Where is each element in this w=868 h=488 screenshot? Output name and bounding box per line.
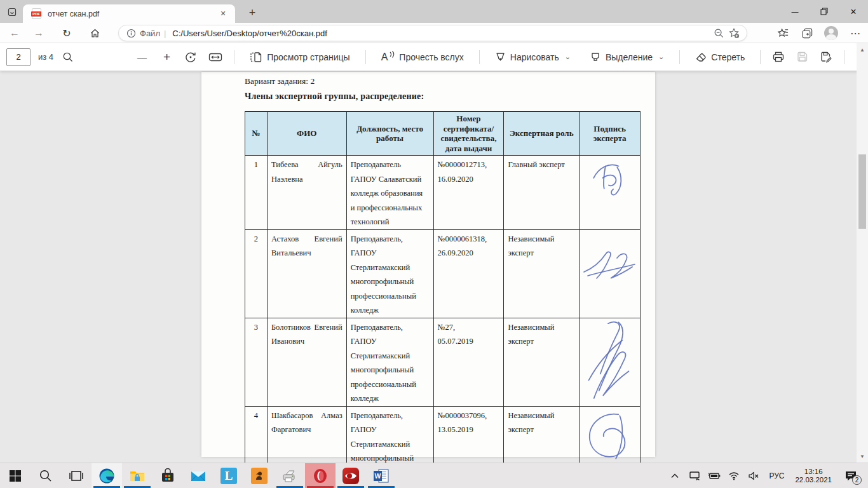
windows-taskbar: L (0, 463, 868, 488)
taskbar-opera-button[interactable] (305, 463, 336, 488)
refresh-button[interactable]: ↻ (58, 25, 75, 41)
tray-volume-muted-button[interactable] (747, 466, 761, 485)
profile-button[interactable] (822, 25, 840, 41)
settings-menu-button[interactable]: ⋯ (846, 25, 864, 41)
cell-role: Независимый эксперт (504, 406, 580, 463)
start-button[interactable] (0, 463, 31, 488)
url-scheme-label: Файл (140, 29, 160, 38)
fax-printer-icon (281, 468, 298, 484)
taskbar-mail-button[interactable] (183, 463, 214, 488)
search-icon (62, 51, 74, 63)
highlight-label: Выделение (606, 52, 653, 62)
zoom-out-page-button[interactable] (711, 25, 726, 41)
highlighter-icon (590, 51, 601, 62)
browser-actions: ⋯ (774, 25, 864, 41)
collections-button[interactable] (798, 25, 816, 41)
rotate-button[interactable] (184, 51, 197, 64)
zoom-out-icon (714, 28, 724, 39)
cell-certificate: №0000037096, 13.05.2019 (433, 406, 504, 463)
chevron-up-icon (671, 473, 679, 478)
taskbar-edge-button[interactable] (92, 463, 122, 488)
favorites-bar-button[interactable] (774, 25, 792, 41)
tray-language-button[interactable]: РУС (766, 471, 787, 480)
restore-button[interactable] (810, 0, 839, 23)
abbyy-icon (342, 468, 359, 484)
zoom-in-button[interactable]: + (161, 50, 173, 64)
add-favorite-button[interactable] (726, 25, 742, 41)
back-button[interactable]: ← (6, 25, 23, 41)
pdf-viewport[interactable]: Вариант задания: 2 Члены экспертной груп… (0, 71, 868, 463)
draw-label: Нарисовать (510, 52, 559, 62)
new-tab-button[interactable]: + (244, 5, 261, 20)
address-field[interactable]: Файл | C:/Users/User/Desktop/отчет%20ска… (118, 25, 747, 41)
toolbar-divider (479, 50, 480, 64)
search-document-button[interactable] (62, 51, 74, 63)
document-heading: Члены экспертной группы, распределение: (245, 90, 641, 103)
taskbar-fax-button[interactable] (275, 463, 305, 488)
mail-icon (190, 468, 207, 484)
tab-otchet-skan-pdf[interactable]: отчет скан.pdf ✕ (23, 4, 235, 23)
taskbar-l-app-button[interactable]: L (214, 463, 244, 488)
pen-icon (495, 51, 506, 62)
home-button[interactable] (86, 25, 103, 41)
cell-position: Преподаватель, ГАПОУ Стерлитамакский мно… (346, 229, 433, 318)
star-add-icon (728, 27, 740, 39)
tab-actions-menu-button[interactable] (5, 5, 19, 19)
edge-icon (98, 468, 115, 484)
cell-position: Преподаватель ГАПОУ Салаватский колледж … (346, 156, 433, 230)
battery-icon (708, 472, 721, 480)
scroll-up-icon[interactable]: ▲ (857, 44, 868, 55)
tab-close-icon[interactable]: ✕ (217, 8, 229, 20)
taskbar-search-button[interactable] (31, 463, 61, 488)
pdf-toolbar: из 4 — + Просмот (0, 43, 868, 71)
toolbar-divider (760, 50, 761, 64)
pdf-file-icon (32, 8, 41, 19)
page-view-label: Просмотр страницы (267, 52, 349, 62)
taskbar-abbyy-button[interactable] (336, 463, 366, 488)
forward-button[interactable]: → (31, 25, 47, 41)
save-as-button[interactable] (820, 51, 832, 63)
scroll-down-icon[interactable]: ▼ (857, 451, 868, 461)
read-aloud-button[interactable]: A Прочесть вслух (377, 49, 468, 65)
highlight-dropdown-icon[interactable]: ⌄ (658, 53, 664, 61)
erase-button[interactable]: Стереть (691, 50, 749, 65)
cast-display-icon (689, 471, 700, 480)
taskbar-store-button[interactable] (153, 463, 183, 488)
task-view-button[interactable] (61, 463, 92, 488)
browser-tab-bar: отчет скан.pdf ✕ + — ✕ (0, 0, 868, 23)
tray-wifi-button[interactable] (727, 466, 741, 485)
page-number-input[interactable] (6, 48, 31, 66)
draw-button[interactable]: Нарисовать ⌄ (491, 49, 574, 65)
toolbar-divider (234, 50, 234, 64)
cell-name: Болотников Евгений Иванович (267, 318, 346, 406)
action-center-button[interactable]: 2 (840, 466, 862, 485)
draw-dropdown-icon[interactable]: ⌄ (565, 53, 571, 61)
word-icon: W (373, 468, 390, 484)
scrollbar-thumb[interactable] (858, 154, 866, 229)
tray-battery-button[interactable] (707, 466, 721, 485)
tray-expand-button[interactable] (668, 466, 682, 485)
signature-image (582, 408, 638, 463)
fit-width-button[interactable] (208, 51, 222, 63)
col-header-num: № (245, 112, 268, 156)
vertical-scrollbar[interactable]: ▲ ▼ (857, 43, 868, 463)
highlight-button[interactable]: Выделение ⌄ (586, 49, 668, 65)
taskbar-explorer-button[interactable] (122, 463, 153, 488)
zoom-out-button[interactable]: — (135, 51, 149, 62)
read-aloud-label: Прочесть вслух (399, 52, 463, 62)
page-view-button[interactable]: Просмотр страницы (246, 49, 353, 65)
taskbar-orange-app-button[interactable] (244, 463, 275, 488)
eraser-icon (695, 52, 707, 62)
address-bar-row: ← → ↻ Файл | C:/Users/User/Desktop/отчет… (0, 23, 868, 43)
print-icon (772, 51, 785, 63)
minimize-button[interactable]: — (780, 0, 810, 23)
tray-clock-button[interactable]: 13:16 22.03.2021 (792, 468, 834, 484)
favorites-icon (777, 27, 789, 39)
microsoft-store-icon (160, 468, 175, 484)
close-window-button[interactable]: ✕ (839, 0, 868, 23)
print-button[interactable] (772, 51, 785, 63)
tray-cast-button[interactable] (688, 466, 702, 485)
cell-signature (580, 229, 641, 318)
home-icon (90, 28, 100, 39)
taskbar-word-button[interactable]: W (366, 463, 397, 488)
